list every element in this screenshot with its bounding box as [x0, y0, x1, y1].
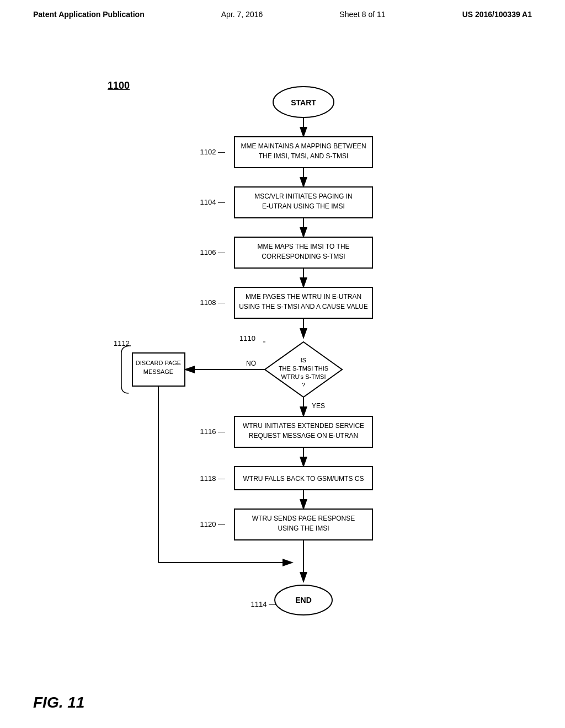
svg-text:THE S-TMSI THIS: THE S-TMSI THIS	[279, 365, 328, 372]
svg-text:CORRESPONDING S-TMSI: CORRESPONDING S-TMSI	[262, 253, 345, 260]
svg-text:1114 —: 1114 —	[250, 600, 276, 608]
page-header: Patent Application Publication Apr. 7, 2…	[0, 0, 565, 19]
svg-text:MESSAGE: MESSAGE	[143, 368, 173, 375]
svg-text:MME MAINTAINS A MAPPING BETWEE: MME MAINTAINS A MAPPING BETWEEN	[241, 142, 366, 150]
svg-text:?: ?	[302, 382, 305, 388]
svg-text:MSC/VLR INITIATES PAGING IN: MSC/VLR INITIATES PAGING IN	[254, 192, 353, 200]
svg-text:START: START	[291, 98, 316, 107]
svg-text:1116 —: 1116 —	[200, 427, 225, 436]
header-patent-number: US 2016/100339 A1	[462, 10, 532, 19]
svg-text:E-UTRAN USING THE IMSI: E-UTRAN USING THE IMSI	[262, 202, 345, 210]
svg-text:1110: 1110	[239, 334, 255, 342]
header-sheet: Sheet 8 of 11	[339, 10, 385, 19]
svg-text:1102 —: 1102 —	[200, 148, 225, 156]
svg-text:YES: YES	[312, 402, 325, 410]
svg-text:IS: IS	[301, 357, 306, 363]
header-date: Apr. 7, 2016	[221, 10, 263, 19]
svg-text:USING THE IMSI: USING THE IMSI	[278, 524, 329, 532]
svg-text:WTRU FALLS BACK TO GSM/UMTS CS: WTRU FALLS BACK TO GSM/UMTS CS	[243, 475, 364, 483]
svg-text:1106 —: 1106 —	[200, 248, 225, 256]
flowchart-svg: START MME MAINTAINS A MAPPING BETWEEN TH…	[88, 72, 475, 695]
svg-text:NO: NO	[246, 360, 256, 367]
svg-text:1104 —: 1104 —	[200, 198, 225, 206]
svg-text:MME MAPS THE IMSI TO THE: MME MAPS THE IMSI TO THE	[257, 243, 349, 250]
header-publication-label: Patent Application Publication	[33, 10, 145, 19]
svg-text:WTRU's S-TMSI: WTRU's S-TMSI	[281, 373, 326, 380]
svg-text:WTRU INITIATES EXTENDED SERVIC: WTRU INITIATES EXTENDED SERVICE	[243, 422, 364, 430]
svg-text:1108 —: 1108 —	[200, 298, 225, 307]
svg-text:DISCARD PAGE: DISCARD PAGE	[136, 360, 181, 366]
figure-label: FIG. 11	[33, 694, 84, 711]
svg-text:MME PAGES THE WTRU IN E-UTRAN: MME PAGES THE WTRU IN E-UTRAN	[246, 293, 361, 301]
svg-text:REQUEST MESSAGE ON E-UTRAN: REQUEST MESSAGE ON E-UTRAN	[249, 432, 358, 440]
svg-text:THE IMSI, TMSI, AND S-TMSI: THE IMSI, TMSI, AND S-TMSI	[259, 152, 348, 160]
svg-text:USING THE S-TMSI AND A CAUSE V: USING THE S-TMSI AND A CAUSE VALUE	[239, 303, 368, 311]
svg-text:WTRU SENDS PAGE RESPONSE: WTRU SENDS PAGE RESPONSE	[252, 515, 355, 522]
svg-text:END: END	[295, 596, 312, 604]
svg-text:1118 —: 1118 —	[200, 474, 225, 483]
svg-text:1120 —: 1120 —	[200, 520, 225, 528]
